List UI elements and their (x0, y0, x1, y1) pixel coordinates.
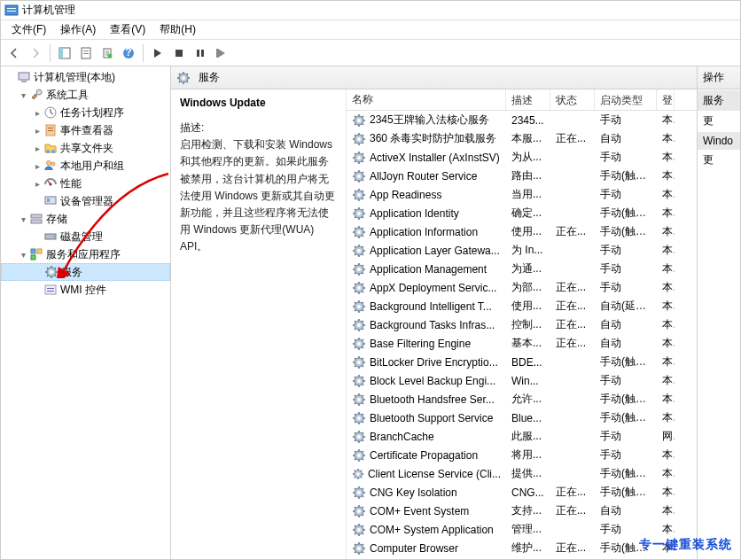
service-row[interactable]: Client License Service (Cli...提供...手动(触发… (347, 464, 697, 483)
cell-logon: 本 (657, 315, 675, 334)
service-row[interactable]: Bluetooth Support ServiceBlue...手动(触发...… (347, 408, 697, 427)
cell-logon: 本 (657, 185, 675, 204)
expander-closed-icon[interactable]: ▸ (31, 177, 43, 190)
tree-panel[interactable]: 计算机管理(本地) ▾系统工具 ▸任务计划程序 ▸事件查看器 ▸共享文件夹 ▸本… (1, 66, 171, 559)
actions-more[interactable]: 更 (698, 111, 740, 131)
properties-button[interactable] (76, 43, 96, 63)
expander-icon[interactable] (32, 266, 44, 278)
show-hide-tree-button[interactable] (55, 43, 74, 63)
cell-logon: 本 (657, 483, 675, 502)
col-name[interactable]: 名称 (347, 89, 506, 110)
service-row[interactable]: 360 杀毒实时防护加载服务本服...正在...自动本 (347, 129, 697, 148)
service-row[interactable]: Application Management为通...手动本 (347, 260, 697, 278)
service-row[interactable]: COM+ System Application管理...手动本 (347, 520, 697, 539)
gear-icon (352, 206, 366, 221)
service-row[interactable]: AllJoyn Router Service路由...手动(触发...本 (347, 167, 697, 185)
restart-service-button[interactable] (212, 43, 231, 63)
service-row[interactable]: Application Layer Gatewa...为 In...手动本 (347, 241, 697, 260)
svg-point-26 (51, 150, 55, 153)
service-row[interactable]: Background Tasks Infras...控制...正在...自动本 (347, 315, 697, 334)
tree-disk-management[interactable]: 磁盘管理 (1, 228, 170, 245)
col-status[interactable]: 状态 (550, 89, 595, 110)
service-name: Client License Service (Cli... (368, 468, 501, 480)
expander-icon[interactable] (31, 284, 43, 296)
tree-event-viewer[interactable]: ▸事件查看器 (1, 121, 170, 139)
tree-root[interactable]: 计算机管理(本地) (1, 68, 170, 86)
service-row[interactable]: BranchCache此服...手动网 (347, 427, 697, 446)
expander-open-icon[interactable]: ▾ (17, 213, 29, 225)
cell-status (550, 454, 595, 457)
service-row[interactable]: COM+ Event System支持...正在...自动本 (347, 502, 697, 520)
tree-services[interactable]: 服务 (1, 263, 170, 281)
cell-logon: 网 (657, 427, 675, 446)
column-headers[interactable]: 名称 描述 状态 启动类型 登 (347, 89, 697, 111)
cell-status: 正在... (550, 129, 595, 148)
tree-shared-folders[interactable]: ▸共享文件夹 (1, 139, 170, 157)
service-row[interactable]: Certificate Propagation将用...手动本 (347, 446, 697, 464)
col-startup[interactable]: 启动类型 (595, 89, 657, 110)
svg-point-27 (47, 161, 51, 166)
expander-icon[interactable] (4, 71, 17, 83)
gear-icon (352, 225, 366, 239)
actions-more[interactable]: 更 (698, 150, 740, 170)
tree-local-users[interactable]: ▸本地用户和组 (1, 157, 170, 175)
forward-button[interactable] (26, 43, 45, 63)
cell-desc: 管理... (506, 520, 550, 539)
service-row[interactable]: Application Identity确定...手动(触发...本 (347, 204, 697, 222)
gear-icon (352, 281, 366, 295)
service-row[interactable]: BitLocker Drive Encryptio...BDE...手动(触发.… (347, 353, 697, 371)
service-name: Background Tasks Infras... (370, 319, 495, 331)
service-row[interactable]: CNG Key IsolationCNG...正在...手动(触发...本 (347, 483, 697, 502)
cell-startup: 手动(触发... (595, 464, 657, 483)
computer-icon (17, 70, 31, 84)
service-list[interactable]: 名称 描述 状态 启动类型 登 2345王牌输入法核心服务2345...手动本3… (347, 89, 697, 559)
cell-startup: 自动 (595, 315, 657, 334)
cell-desc: 控制... (506, 315, 550, 334)
menu-action[interactable]: 操作(A) (53, 20, 103, 39)
expander-closed-icon[interactable]: ▸ (31, 159, 43, 172)
cell-startup: 手动(触发... (595, 390, 657, 408)
service-row[interactable]: AppX Deployment Servic...为部...正在...手动本 (347, 278, 697, 297)
help-button[interactable]: ? (119, 43, 138, 63)
service-row[interactable]: 2345王牌输入法核心服务2345...手动本 (347, 111, 697, 129)
svg-rect-3 (7, 8, 16, 9)
menu-view[interactable]: 查看(V) (103, 20, 152, 39)
export-button[interactable] (98, 43, 117, 63)
menu-file[interactable]: 文件(F) (4, 20, 53, 39)
expander-icon[interactable] (31, 230, 43, 243)
actions-section-selected[interactable]: Windo (698, 132, 740, 150)
panel-header: 服务 (171, 66, 697, 89)
expander-open-icon[interactable]: ▾ (17, 89, 29, 101)
actions-section-services[interactable]: 服务 (698, 90, 740, 111)
col-logon[interactable]: 登 (657, 89, 675, 110)
tree-services-apps[interactable]: ▾服务和应用程序 (1, 245, 170, 263)
stop-service-button[interactable] (169, 43, 189, 63)
service-row[interactable]: App Readiness当用...手动本 (347, 185, 697, 204)
service-row[interactable]: Block Level Backup Engi...Win...手动本 (347, 371, 697, 390)
expander-closed-icon[interactable]: ▸ (31, 142, 43, 154)
expander-open-icon[interactable]: ▾ (17, 248, 29, 261)
service-row[interactable]: Bluetooth Handsfree Ser...允许...手动(触发...本 (347, 390, 697, 408)
start-service-button[interactable] (148, 43, 168, 63)
col-description[interactable]: 描述 (506, 89, 550, 110)
tree-storage[interactable]: ▾存储 (1, 210, 170, 228)
expander-closed-icon[interactable]: ▸ (31, 106, 43, 119)
tree-task-scheduler[interactable]: ▸任务计划程序 (1, 104, 170, 121)
menu-help[interactable]: 帮助(H) (152, 20, 203, 39)
pause-service-button[interactable] (191, 43, 210, 63)
service-row[interactable]: Application Information使用...正在...手动(触发..… (347, 222, 697, 241)
tree-device-manager[interactable]: 设备管理器 (1, 192, 170, 210)
tree-wmi[interactable]: WMI 控件 (1, 281, 170, 299)
tree-system-tools[interactable]: ▾系统工具 (1, 86, 170, 104)
back-button[interactable] (4, 43, 24, 63)
service-row[interactable]: ActiveX Installer (AxInstSV)为从...手动本 (347, 148, 697, 167)
tree-performance[interactable]: ▸性能 (1, 175, 170, 192)
svg-rect-4 (7, 11, 16, 12)
expander-icon[interactable] (31, 195, 43, 207)
expander-closed-icon[interactable]: ▸ (31, 124, 43, 136)
description-text: 启用检测、下载和安装 Windows 和其他程序的更新。如果此服务被禁用，这台计… (180, 136, 337, 255)
detail-pane: Windows Update 描述: 启用检测、下载和安装 Windows 和其… (171, 89, 347, 559)
cell-status (550, 193, 595, 197)
service-row[interactable]: Background Intelligent T...使用...正在...自动(… (347, 297, 697, 315)
service-row[interactable]: Base Filtering Engine基本...正在...自动本 (347, 334, 697, 353)
